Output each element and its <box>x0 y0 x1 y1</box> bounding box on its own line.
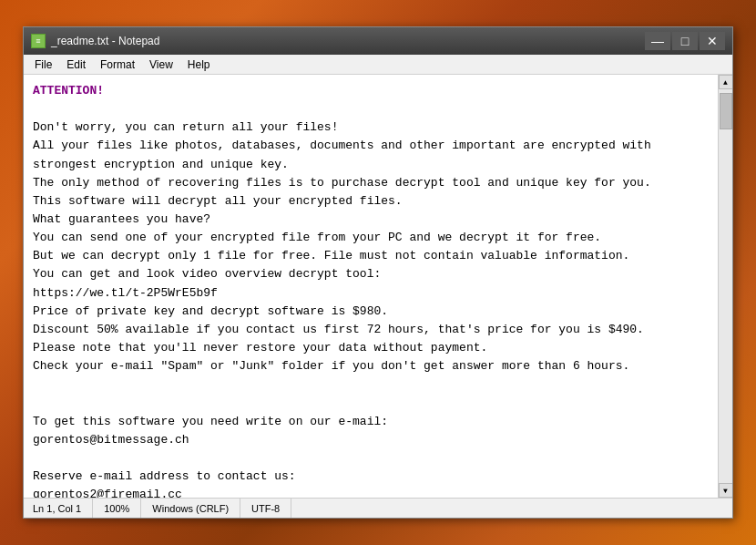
scroll-down-arrow[interactable]: ▼ <box>719 483 733 498</box>
content-area: ATTENTION! Don't worry, you can return a… <box>24 75 732 498</box>
cursor-position: Ln 1, Col 1 <box>24 499 93 518</box>
scroll-up-arrow[interactable]: ▲ <box>719 75 733 89</box>
close-button[interactable]: ✕ <box>700 32 725 50</box>
menu-help[interactable]: Help <box>180 57 218 73</box>
menu-view[interactable]: View <box>142 57 180 73</box>
status-bar: Ln 1, Col 1 100% Windows (CRLF) UTF-8 <box>24 498 732 518</box>
scrollbar[interactable]: ▲ ▼ <box>718 75 732 498</box>
line-ending: Windows (CRLF) <box>141 499 240 518</box>
text-editor[interactable]: ATTENTION! Don't worry, you can return a… <box>24 75 718 498</box>
title-bar: ≡ _readme.txt - Notepad — □ ✕ <box>24 27 732 55</box>
maximize-button[interactable]: □ <box>672 32 698 50</box>
encoding: UTF-8 <box>240 499 291 518</box>
menu-format[interactable]: Format <box>93 57 142 73</box>
app-icon: ≡ <box>31 34 46 48</box>
scroll-thumb[interactable] <box>720 93 732 129</box>
notepad-window: ≡ _readme.txt - Notepad — □ ✕ File Edit … <box>23 26 733 519</box>
window-title: _readme.txt - Notepad <box>51 35 645 47</box>
zoom-level: 100% <box>93 499 141 518</box>
menu-file[interactable]: File <box>27 57 59 73</box>
window-controls: — □ ✕ <box>645 32 725 50</box>
menu-bar: File Edit Format View Help <box>24 55 732 75</box>
scroll-track[interactable] <box>719 89 732 483</box>
minimize-button[interactable]: — <box>645 32 670 50</box>
menu-edit[interactable]: Edit <box>59 57 93 73</box>
